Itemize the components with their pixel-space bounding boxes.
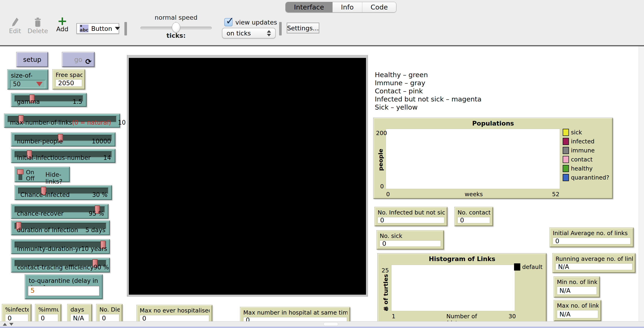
color-key-line: Infected but not sick – magenta	[375, 95, 482, 103]
view-updates-group: ✓ view updates	[224, 18, 277, 26]
size-of-world-chooser[interactable]: size-of-world 50	[8, 70, 48, 90]
chevron-down-icon	[115, 27, 120, 30]
add-button[interactable]: + Add	[50, 15, 75, 33]
legend-label: infected	[571, 138, 594, 145]
slider-chance-infected[interactable]: Chance-Infected30 %	[14, 185, 112, 200]
monitor-label: No. sick	[380, 232, 441, 239]
view-updates-checkbox[interactable]: ✓	[224, 18, 232, 26]
stepper-arrows-icon	[267, 30, 271, 36]
switch-label: Hide-links?	[46, 171, 69, 185]
widget-type-value: Button	[91, 25, 112, 32]
speed-slider-thumb[interactable]	[172, 22, 180, 32]
plus-icon: +	[50, 15, 75, 26]
slider-contact-tracing-efficiency[interactable]: contact-tracing efficiency90 %	[11, 258, 110, 272]
plot-title: Histogram of Links	[378, 255, 546, 262]
x-max-tick: 52	[552, 191, 560, 198]
slider-value: 5 days	[86, 226, 106, 234]
slider-value: 30 %	[92, 191, 108, 198]
legend-label: default	[522, 264, 542, 270]
scrollbar-thumb[interactable]	[324, 322, 338, 326]
monitor-label: %immune	[38, 306, 58, 313]
color-key-note: Healthy – green Immune – gray Contact – …	[375, 71, 482, 112]
setup-button-label: setup	[23, 56, 41, 64]
scroll-down-icon[interactable]	[9, 323, 14, 326]
slider-label: chance-recover	[17, 210, 89, 217]
slider-max-number-of-links[interactable]: max-number-of-links(0 = natural)10	[4, 114, 120, 128]
slider-chance-recover[interactable]: chance-recover95 %	[11, 204, 108, 219]
monitor-label: No. contacts	[458, 209, 490, 216]
legend-label: sick	[571, 129, 582, 136]
histogram-of-links-plot: Histogram of Links 25 0 # of turtles 1 N…	[378, 254, 546, 323]
monitor-label: Max no. of links	[557, 302, 598, 309]
free-space-monitor: Free space 2050	[52, 70, 85, 90]
legend-swatch	[563, 165, 569, 172]
x-min-tick: 1	[392, 313, 396, 320]
hide-links-switch[interactable]: On Off Hide-links?	[14, 167, 70, 182]
legend-item: quarantined?	[563, 174, 609, 181]
y-axis-label: # of turtles	[382, 274, 389, 311]
monitor-value: 0	[38, 314, 58, 322]
legend-label: contact	[571, 156, 592, 163]
delete-button[interactable]: Delete	[25, 17, 50, 34]
edit-button[interactable]: Edit	[2, 17, 28, 34]
world-view[interactable]	[129, 58, 366, 295]
to-quarantine-input[interactable]: to-quarantine (delay in days} 5	[25, 274, 102, 299]
view-updates-label: view updates	[235, 19, 277, 26]
legend-item: infected	[563, 138, 609, 145]
monitor-value: N/A	[557, 286, 597, 295]
tab-bar: Interface Info Code	[286, 2, 396, 12]
scroll-up-icon[interactable]	[3, 323, 7, 326]
y-axis-label: people	[377, 149, 384, 171]
color-key-line: Immune – gray	[375, 79, 482, 87]
chooser-value-box[interactable]: 50	[10, 80, 46, 88]
slider-label: immunity-duration-yr	[17, 245, 81, 252]
slider-label: initial-infectious-number	[17, 154, 103, 161]
chooser-value: 50	[13, 80, 20, 88]
initial-avg-links-monitor: Initial Average no. of links 0	[550, 228, 634, 247]
tab-interface[interactable]: Interface	[286, 2, 333, 12]
legend-item: healthy	[563, 165, 609, 172]
monitor-label: Free space	[56, 72, 82, 78]
monitor-value: 0	[100, 314, 119, 322]
slider-value: 90 %	[94, 264, 109, 271]
x-max-tick: 30	[508, 313, 516, 320]
no-sick-monitor: No. sick 0	[377, 230, 444, 250]
go-button[interactable]: go ⟳	[62, 52, 94, 67]
monitor-label: No. Infected but not sick	[378, 209, 445, 216]
plot-area	[386, 129, 560, 189]
horizontal-scrollbar[interactable]	[0, 321, 644, 326]
slider-gamma[interactable]: gamma1.5	[11, 93, 87, 107]
plot-title: Populations	[374, 120, 612, 127]
settings-label: Settings…	[287, 24, 319, 32]
slider-label: number-people	[17, 138, 92, 145]
monitor-value: N/A	[70, 314, 89, 322]
slider-value: 1.5	[73, 98, 82, 105]
legend-swatch	[563, 174, 569, 181]
x-axis-label: weeks	[455, 191, 492, 198]
toolbar-separator	[279, 22, 282, 36]
legend-label: healthy	[571, 165, 592, 172]
chevron-down-icon	[36, 82, 42, 86]
slider-duration-of-infection[interactable]: duration of infection5 days	[11, 220, 110, 235]
tab-info[interactable]: Info	[333, 2, 362, 12]
slider-initial-infectious-number[interactable]: initial-infectious-number14	[11, 149, 115, 163]
legend-swatch	[563, 147, 569, 154]
toolbar: Edit Delete + Add abc Button normal spee…	[0, 0, 644, 46]
vertical-scrollbar[interactable]	[639, 46, 644, 321]
no-contacts-monitor: No. contacts 0	[454, 207, 493, 226]
slider-note: (0 = natural)	[72, 119, 111, 126]
switch-handle[interactable]	[17, 169, 24, 174]
setup-button[interactable]: setup	[16, 52, 48, 67]
slider-immunity-duration[interactable]: immunity-duration-yr10 years	[11, 239, 110, 254]
input-field[interactable]: 5	[28, 286, 100, 296]
legend-swatch	[563, 138, 569, 145]
widget-type-dropdown[interactable]: abc Button	[76, 23, 119, 34]
edit-label: Edit	[2, 27, 28, 34]
monitor-value: 0	[458, 217, 490, 223]
slider-value: 10000	[92, 138, 111, 145]
update-mode-select[interactable]: on ticks	[222, 28, 276, 38]
slider-number-people[interactable]: number-people10000	[11, 132, 115, 146]
tab-code[interactable]: Code	[362, 2, 396, 12]
monitor-value: N/A	[556, 263, 632, 270]
settings-button[interactable]: Settings…	[287, 23, 319, 33]
